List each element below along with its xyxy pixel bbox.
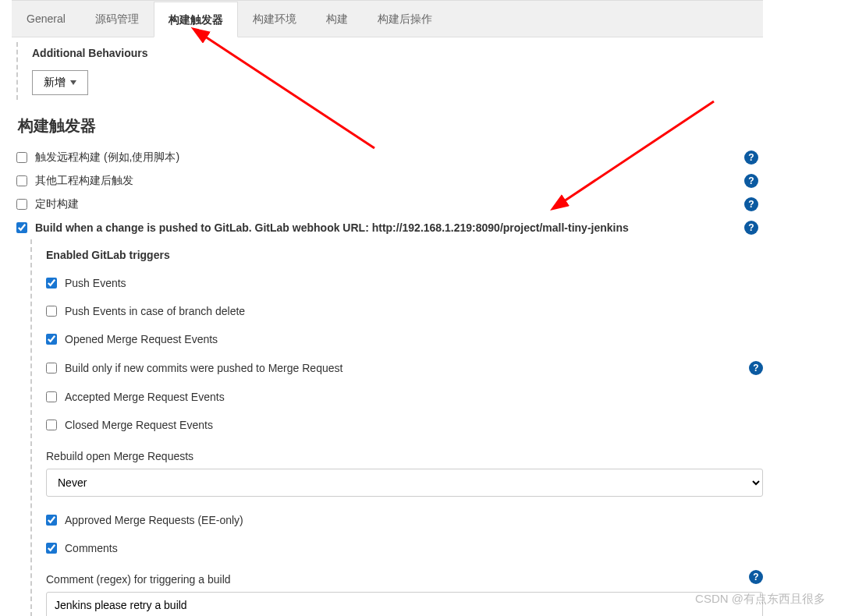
other-build-checkbox[interactable] [16,175,27,186]
other-build-label: 其他工程构建后触发 [35,174,744,188]
gitlab-push-checkbox[interactable] [16,222,27,233]
rebuild-select[interactable]: Never [46,469,763,497]
tab-env[interactable]: 构建环境 [238,1,311,37]
approved-mr-checkbox[interactable] [46,515,57,526]
timed-build-checkbox[interactable] [16,199,27,210]
build-only-new-label: Build only if new commits were pushed to… [65,362,342,374]
closed-mr-label: Closed Merge Request Events [65,419,213,431]
help-icon[interactable]: ? [744,197,758,211]
add-behaviour-label: 新增 [44,76,66,90]
help-icon[interactable]: ? [744,174,758,188]
comment-regex-input[interactable] [46,592,763,616]
gitlab-triggers-subsection: Enabled GitLab triggers Push Events Push… [30,239,763,616]
closed-mr-checkbox[interactable] [46,420,57,430]
additional-behaviours-box: Additional Behaviours 新增 [16,42,763,100]
triggers-section-title: 构建触发器 [18,115,763,136]
opened-mr-checkbox[interactable] [46,334,57,345]
add-behaviour-button[interactable]: 新增 [32,70,88,95]
build-only-new-checkbox[interactable] [46,363,57,373]
tab-triggers[interactable]: 构建触发器 [154,2,238,37]
comments-label: Comments [65,542,118,554]
tab-build[interactable]: 构建 [311,1,363,37]
additional-behaviours-title: Additional Behaviours [32,47,763,59]
approved-mr-label: Approved Merge Requests (EE-only) [65,514,243,526]
timed-build-label: 定时构建 [35,197,744,211]
push-events-label: Push Events [65,277,126,289]
comment-regex-label: Comment (regex) for triggering a build [46,573,231,586]
tab-post[interactable]: 构建后操作 [363,1,447,37]
accepted-mr-label: Accepted Merge Request Events [65,391,225,403]
config-tabs: General 源码管理 构建触发器 构建环境 构建 构建后操作 [12,0,763,37]
help-icon[interactable]: ? [744,150,758,165]
remote-build-checkbox[interactable] [16,152,27,163]
help-icon[interactable]: ? [744,221,758,235]
opened-mr-label: Opened Merge Request Events [65,333,218,345]
push-delete-checkbox[interactable] [46,306,57,317]
gitlab-push-label: Build when a change is pushed to GitLab.… [35,221,744,234]
accepted-mr-checkbox[interactable] [46,391,57,402]
push-delete-label: Push Events in case of branch delete [65,305,245,317]
push-events-checkbox[interactable] [46,278,57,289]
tab-general[interactable]: General [12,1,80,37]
rebuild-label: Rebuild open Merge Requests [46,450,763,462]
chevron-down-icon [70,80,76,85]
comments-checkbox[interactable] [46,543,57,554]
help-icon[interactable]: ? [749,570,763,584]
remote-build-label: 触发远程构建 (例如,使用脚本) [35,150,744,165]
enabled-triggers-title: Enabled GitLab triggers [46,249,763,261]
watermark-text: CSDN @有点东西且很多 [695,592,825,607]
tab-scm[interactable]: 源码管理 [80,1,154,37]
help-icon[interactable]: ? [749,361,763,375]
